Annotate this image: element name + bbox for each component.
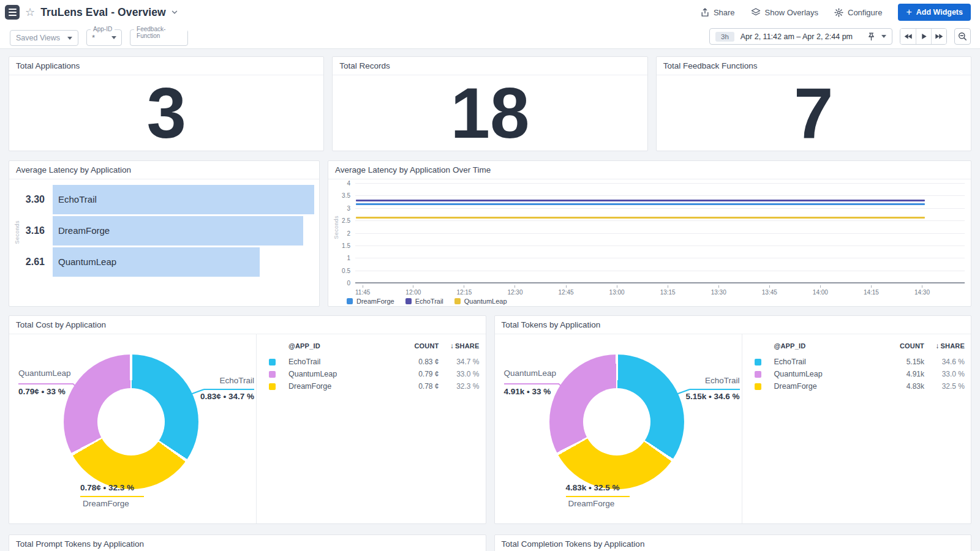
- panel-title: Total Feedback Functions: [657, 57, 971, 75]
- sort-desc-icon: ↓: [935, 342, 939, 350]
- skip-back-button[interactable]: [900, 29, 916, 44]
- pin-icon[interactable]: [867, 32, 875, 41]
- series-swatch: [755, 383, 761, 390]
- saved-views-select[interactable]: Saved Views: [10, 30, 78, 46]
- show-overlays-button[interactable]: Show Overlays: [751, 8, 818, 17]
- title-dropdown-icon[interactable]: [172, 9, 178, 15]
- cost-table: @APP_ID COUNT ↓SHARE EchoTrail 0.83 ¢ 34…: [256, 334, 486, 524]
- callout-value: 0.83¢ • 34.7 %: [181, 392, 254, 401]
- x-axis-line: [355, 282, 965, 283]
- panel-title: Total Completion Tokens by Application: [495, 535, 971, 551]
- bar-quantumleap[interactable]: QuantumLeap: [53, 247, 260, 277]
- table-header: @APP_ID COUNT ↓SHARE: [755, 342, 965, 350]
- legend-item-echotrail[interactable]: EchoTrail: [405, 298, 443, 305]
- chevron-down-icon: [67, 37, 72, 40]
- stat-panel-feedback-functions: Total Feedback Functions 7: [656, 56, 971, 151]
- table-row: EchoTrail 5.15k 34.6 %: [755, 356, 965, 368]
- layers-icon: [751, 8, 761, 17]
- panel-title: Total Records: [333, 57, 647, 75]
- skip-forward-button[interactable]: [931, 29, 946, 44]
- series-swatch: [269, 359, 276, 365]
- stat-panel-applications: Total Applications 3: [9, 56, 324, 151]
- x-axis-ticks: 11:45 12:00 12:15 12:30 12:45 13:00 13:1…: [355, 285, 930, 296]
- bar-dreamforge[interactable]: DreamForge: [53, 216, 303, 246]
- time-shift-controls: [900, 28, 947, 45]
- tokens-donut-chart[interactable]: [549, 354, 684, 489]
- bar-echotrail[interactable]: EchoTrail: [53, 185, 314, 214]
- feedback-function-filter[interactable]: Feedback-Function *: [130, 29, 188, 46]
- top-header: ☆ TruLens Eval - Overview Share Show Ove…: [0, 0, 980, 24]
- sort-by-count[interactable]: COUNT: [875, 342, 924, 350]
- tokens-panel: Total Tokens by Application QuantumLeap …: [494, 315, 972, 524]
- dashboard-content: Total Applications 3 Total Records 18 To…: [0, 49, 980, 551]
- cost-donut-zone: QuantumLeap 0.79¢ • 33 % EchoTrail 0.83¢…: [9, 334, 256, 524]
- bar-value: 2.61: [9, 257, 53, 268]
- series-line-dreamforge: [356, 203, 925, 205]
- callout-leader: [690, 389, 740, 390]
- callout-leader: [566, 496, 630, 497]
- time-preset-badge: 3h: [715, 32, 734, 42]
- share-button[interactable]: Share: [701, 8, 735, 17]
- bar-row: 3.30 EchoTrail: [9, 184, 314, 215]
- callout-value: 5.15k • 34.6 %: [666, 392, 740, 401]
- cost-donut-chart[interactable]: [64, 354, 198, 489]
- y-axis-label: Seconds: [14, 220, 20, 244]
- chevron-down-icon: [881, 35, 886, 38]
- time-range-picker[interactable]: 3h Apr 2, 11:42 am – Apr 2, 2:44 pm: [709, 28, 892, 45]
- panel-title: Total Cost by Application: [9, 316, 486, 334]
- completion-tokens-panel: Total Completion Tokens by Application: [494, 534, 972, 551]
- callout-leader: [504, 383, 559, 384]
- series-swatch: [755, 359, 761, 365]
- table-row: DreamForge 0.78 ¢ 32.3 %: [269, 380, 480, 392]
- legend-item-dreamforge[interactable]: DreamForge: [347, 298, 394, 305]
- stat-value: 3: [146, 78, 186, 149]
- panel-title: Total Tokens by Application: [495, 316, 971, 334]
- menu-button[interactable]: [5, 5, 20, 20]
- callout-value: 4.91k • 33 %: [504, 387, 551, 396]
- stat-value: 18: [450, 78, 529, 149]
- tokens-table: @APP_ID COUNT ↓SHARE EchoTrail 5.15k 34.…: [742, 334, 971, 524]
- bar-row: 2.61 QuantumLeap: [9, 246, 314, 277]
- gear-icon: [834, 8, 843, 17]
- callout-leader: [18, 383, 74, 384]
- panel-title: Average Latency by Application Over Time: [328, 161, 971, 179]
- sort-by-share[interactable]: ↓SHARE: [924, 342, 965, 350]
- table-row: DreamForge 4.83k 32.5 %: [755, 380, 965, 392]
- prompt-tokens-panel: Total Prompt Tokens by Application: [9, 534, 486, 551]
- legend-item-quantumleap[interactable]: QuantumLeap: [454, 298, 507, 305]
- filter-toolbar: Saved Views App-ID * Feedback-Function *…: [0, 24, 980, 49]
- panel-title: Total Applications: [9, 57, 323, 75]
- table-row: QuantumLeap 0.79 ¢ 33.0 %: [269, 368, 480, 380]
- stat-panel-records: Total Records 18: [332, 56, 647, 151]
- callout-value: 4.83k • 32.5 %: [566, 483, 620, 492]
- callout-leader: [80, 496, 144, 497]
- callout-value: 0.79¢ • 33 %: [18, 387, 66, 396]
- chevron-down-icon: [111, 36, 116, 39]
- sort-by-count[interactable]: COUNT: [390, 342, 439, 350]
- configure-button[interactable]: Configure: [834, 8, 882, 17]
- favorite-star-icon[interactable]: ☆: [25, 7, 35, 18]
- sort-by-app[interactable]: @APP_ID: [288, 342, 390, 350]
- panel-title: Total Prompt Tokens by Application: [9, 535, 486, 551]
- line-chart-plot: [355, 183, 965, 283]
- latency-bar-panel: Average Latency by Application Seconds 3…: [9, 160, 320, 307]
- add-widgets-button[interactable]: + Add Widgets: [898, 4, 971, 21]
- chart-legend: DreamForge EchoTrail QuantumLeap: [347, 298, 507, 305]
- tokens-donut-zone: QuantumLeap 4.91k • 33 % EchoTrail 5.15k…: [495, 334, 742, 524]
- callout-name: EchoTrail: [193, 376, 254, 385]
- callout-name: DreamForge: [568, 499, 615, 508]
- sort-by-app[interactable]: @APP_ID: [774, 342, 876, 350]
- series-swatch: [755, 371, 761, 378]
- callout-name: EchoTrail: [679, 376, 740, 385]
- table-row: EchoTrail 0.83 ¢ 34.7 %: [269, 356, 480, 368]
- table-header: @APP_ID COUNT ↓SHARE: [269, 342, 480, 350]
- callout-value: 0.78¢ • 32.3 %: [80, 483, 134, 492]
- callout-name: QuantumLeap: [18, 369, 71, 378]
- plus-icon: +: [906, 7, 911, 17]
- zoom-out-button[interactable]: [954, 28, 971, 45]
- latency-line-panel: Average Latency by Application Over Time…: [328, 160, 971, 307]
- play-button[interactable]: [916, 29, 931, 44]
- app-id-filter[interactable]: App-ID *: [86, 29, 122, 46]
- callout-name: DreamForge: [83, 499, 129, 508]
- sort-by-share[interactable]: ↓SHARE: [439, 342, 480, 350]
